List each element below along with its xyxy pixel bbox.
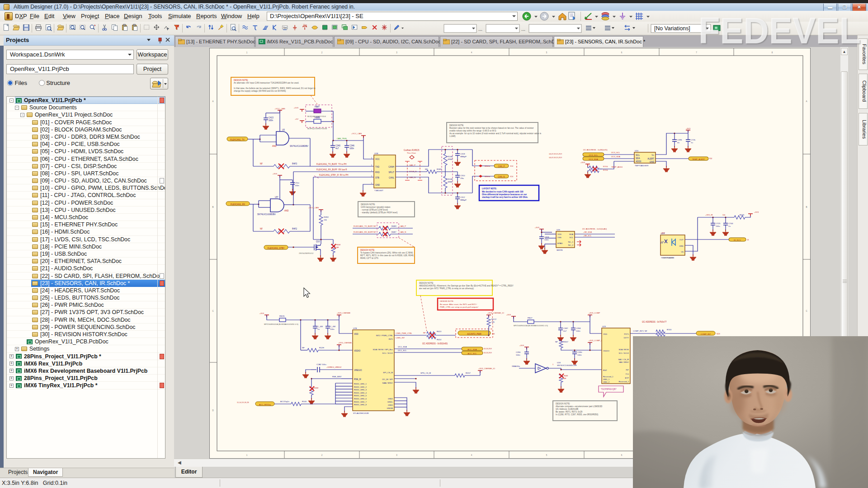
svg-text:100n: 100n <box>330 328 335 330</box>
svg-text:7: 7 <box>696 52 697 54</box>
svg-text:VS: VS <box>681 251 684 253</box>
svg-text:2: 2 <box>321 52 323 54</box>
svg-text:+SE_SCL: +SE_SCL <box>583 235 592 237</box>
svg-text:R414: R414 <box>437 338 442 341</box>
svg-text:100n: 100n <box>295 184 299 187</box>
svg-text:NC_2: NC_2 <box>568 244 574 246</box>
svg-text:ACC_SCL: ACC_SCL <box>468 352 477 355</box>
svg-text:RSVD_GHD_1: RSVD_GHD_1 <box>354 383 367 385</box>
svg-text:GNDI: GNDI <box>388 398 393 400</box>
svg-text:+3V3: +3V3 <box>686 127 691 130</box>
svg-text:ABS/DSO(4067E): Allowment, the: ABS/DSO(4067E): Allowment, the Savings g… <box>419 285 514 287</box>
svg-text:IR_RCV: IR_RCV <box>734 239 741 241</box>
svg-text:I2C ADDRESS - 0x76/0x77: I2C ADDRESS - 0x76/0x77 <box>642 321 667 323</box>
svg-text:NF: NF <box>260 228 263 230</box>
svg-text:R24B: R24B <box>448 155 453 158</box>
svg-text:ADD0: ADD0 <box>636 160 642 163</box>
svg-text:VDD: VDD <box>354 333 359 335</box>
svg-text:D: D <box>212 409 214 412</box>
svg-text:3: 3 <box>396 454 397 456</box>
svg-text:4u: 4u <box>677 141 679 144</box>
svg-text:I2C ADDRESS - 0x48(0x91): I2C ADDRESS - 0x48(0x91) <box>583 149 608 151</box>
svg-text:+3V3: +3V3 <box>519 344 524 347</box>
svg-text:BL9F2(4.5GH/DY0D4S: BL9F2(4.5GH/DY0D4S <box>307 127 327 130</box>
svg-text:5: 5 <box>546 454 547 456</box>
svg-text:+3V3_IR: +3V3_IR <box>705 214 712 216</box>
svg-text:400mw: 400mw <box>485 176 490 178</box>
svg-text:SCL: SCL <box>569 236 573 239</box>
svg-text:NF: NF <box>564 377 566 380</box>
svg-text:U26: U26 <box>557 229 560 231</box>
svg-text:R2G7: R2G7 <box>466 372 471 374</box>
svg-text:EPAD: EPAD <box>557 242 563 244</box>
svg-text:1: 1 <box>552 363 554 366</box>
svg-text:NF: NF <box>336 246 339 249</box>
svg-text:NP: NP <box>425 168 428 170</box>
svg-text:ALERT: ALERT <box>647 158 654 160</box>
svg-text:+3V3_CSENSE: +3V3_CSENSE <box>337 312 350 314</box>
svg-text:+VCC_CAN: +VCC_CAN <box>274 108 285 110</box>
svg-text:1: 1 <box>371 175 373 177</box>
svg-text:CANH: CANH <box>388 166 394 168</box>
svg-text:LAYOUT NOTE:: LAYOUT NOTE: <box>482 188 497 190</box>
svg-text:NF: NF <box>302 347 305 349</box>
svg-text:FLEXCAN1_TX_BUFF TX to PH: FLEXCAN1_TX_BUFF TX to PH <box>316 163 347 165</box>
svg-text:FLEXCAN1_RX_BUFF RX low R: FLEXCAN1_RX_BUFF RX low R <box>316 169 347 171</box>
svg-text:GND: GND <box>679 245 684 247</box>
svg-text:B: B <box>212 206 213 208</box>
svg-text:100n: 100n <box>269 119 274 122</box>
svg-text:RXD: RXD <box>375 171 380 174</box>
svg-text:...: ... <box>521 26 525 32</box>
svg-text:100n: 100n <box>576 330 580 332</box>
svg-text:FEDEVEL: FEDEVEL <box>698 10 861 50</box>
svg-text:C394: C394 <box>576 327 581 329</box>
svg-text:4: 4 <box>471 454 472 456</box>
svg-text:GNDL: GNDL <box>387 401 393 403</box>
svg-text:VCC: VCC <box>375 158 380 160</box>
svg-text:6: 6 <box>621 454 623 456</box>
svg-text:NF: NF <box>645 330 647 332</box>
svg-text:+3V3: +3V3 <box>535 226 540 229</box>
svg-text:FLEXCAN1_TX: FLEXCAN1_TX <box>230 139 245 141</box>
svg-text:1Nu: 1Nu <box>460 177 464 179</box>
svg-text:TMP75AIDGKR: TMP75AIDGKR <box>635 164 648 167</box>
svg-text:R3R2: R3R2 <box>324 216 329 218</box>
svg-text:8: 8 <box>772 52 773 54</box>
svg-text:C: C <box>806 310 807 312</box>
svg-text:R4W: R4W <box>564 375 568 377</box>
svg-text:NF: NF <box>373 231 376 233</box>
svg-text:DESIGN NOTE:: DESIGN NOTE: <box>556 403 570 405</box>
svg-text:C2M5_INT: C2M5_INT <box>396 337 405 339</box>
svg-text:In (C290, R772, C397, R055, us: In (C290, R772, C397, R055, use 0R30/R05… <box>556 413 599 416</box>
svg-text:C318: C318 <box>460 153 465 155</box>
svg-text:NF: NF <box>373 225 376 227</box>
svg-text:FB8B: FB8B <box>315 117 320 119</box>
svg-text:Be aware: After reset, the INT: Be aware: After reset, the INT1 and INT2… <box>440 303 477 305</box>
svg-text:U5*: U5* <box>275 196 278 198</box>
svg-text:RSVD_GHD_6: RSVD_GHD_6 <box>354 398 367 400</box>
svg-text:TEMP_ADD0: TEMP_ADD0 <box>611 166 623 168</box>
svg-text:U24: U24 <box>557 361 561 364</box>
svg-text:100n: 100n <box>516 354 520 356</box>
svg-text:GND_1: GND_1 <box>603 378 610 380</box>
svg-text:TSOP8PAD/QB7: TSOP8PAD/QB7 <box>601 388 617 390</box>
svg-text:SMbpF: SMbpF <box>460 155 467 158</box>
svg-text:Codham RJ45C5: Codham RJ45C5 <box>404 149 420 151</box>
svg-text:I2C3_SDA: I2C3_SDA <box>589 158 598 160</box>
svg-text:1u: 1u <box>691 141 693 144</box>
svg-text:9|24: 9|24 <box>717 333 720 335</box>
svg-text:COMP_INT: COMP_INT <box>701 333 711 335</box>
svg-text:C725: C725 <box>716 222 721 225</box>
svg-text:U7B: U7B <box>353 327 357 329</box>
svg-text:VDDIO: VDDIO <box>603 350 609 352</box>
svg-text:Be aware: R071, R073, 0x29: Be aware: R071, R073, 0x29 <box>556 411 582 413</box>
svg-text:C413: C413 <box>269 117 274 119</box>
svg-text:C3xx: C3xx <box>295 182 300 184</box>
svg-text:DESIGN NOTE:: DESIGN NOTE: <box>361 203 375 206</box>
svg-text:FB8T: FB8T <box>315 106 320 108</box>
svg-text:B: B <box>806 206 807 208</box>
svg-text:V+: V+ <box>651 154 654 156</box>
svg-text:FLEXCAN1_RX_BUFF: FLEXCAN1_RX_BUFF <box>354 231 373 233</box>
svg-text:C2M5_PWR_CTRL: C2M5_PWR_CTRL <box>396 332 412 334</box>
svg-text:NF: NF <box>423 332 426 334</box>
